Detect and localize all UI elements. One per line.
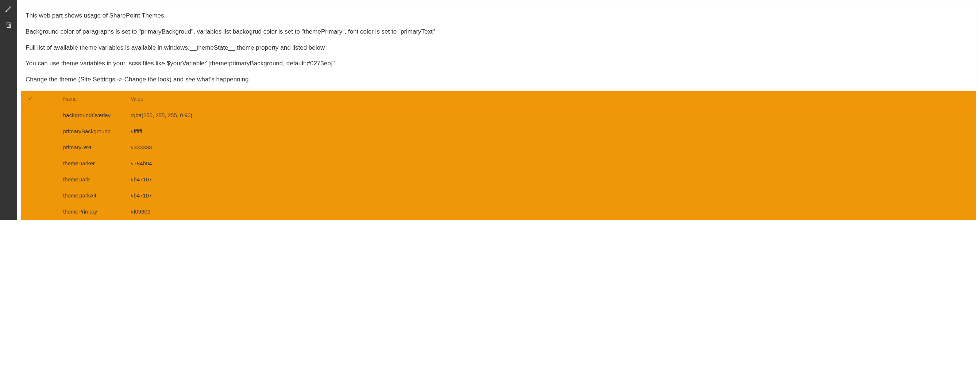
description-paragraph: Change the theme (Site Settings -> Chang… <box>25 75 972 84</box>
column-header-name[interactable]: Name <box>40 96 130 102</box>
description-block: This web part shows usage of SharePoint … <box>21 11 976 84</box>
cell-value: #ffffff <box>130 128 976 134</box>
trash-icon <box>5 21 13 31</box>
cell-name: primaryBackground <box>40 128 130 134</box>
checkmark-icon <box>28 96 33 102</box>
cell-value: #f09609 <box>130 209 976 215</box>
cell-value: #784b04 <box>130 160 976 166</box>
cell-value: #333333 <box>130 144 976 150</box>
table-row[interactable]: backgroundOverlay rgba(255, 255, 255, 0.… <box>21 107 976 123</box>
table-row[interactable]: primaryText #333333 <box>21 139 976 156</box>
cell-name: primaryText <box>40 144 130 150</box>
cell-name: themeDarker <box>40 160 130 166</box>
description-paragraph: Full list of available theme variables i… <box>25 43 972 52</box>
table-row[interactable]: primaryBackground #ffffff <box>21 123 976 139</box>
table-row[interactable]: themeDark #b47107 <box>21 172 976 188</box>
cell-value: #b47107 <box>130 192 976 199</box>
cell-value: #b47107 <box>130 176 976 183</box>
webpart-container: This web part shows usage of SharePoint … <box>21 4 976 220</box>
table-row[interactable]: themeDarker #784b04 <box>21 156 976 172</box>
cell-name: backgroundOverlay <box>40 112 130 118</box>
cell-name: themeDark <box>40 176 130 183</box>
table-header-row: Name Value <box>21 91 976 107</box>
cell-name: themeDarkAlt <box>40 192 130 199</box>
description-paragraph: Background color of paragraphs is set to… <box>25 27 972 36</box>
select-all-checkbox[interactable] <box>21 96 40 102</box>
cell-name: themePrimary <box>40 209 130 215</box>
column-header-value[interactable]: Value <box>130 96 976 102</box>
table-row[interactable]: themeDarkAlt #b47107 <box>21 188 976 204</box>
table-body: backgroundOverlay rgba(255, 255, 255, 0.… <box>21 107 976 220</box>
table-row[interactable]: themePrimary #f09609 <box>21 204 976 220</box>
delete-button[interactable] <box>4 21 14 31</box>
cell-value: rgba(255, 255, 255, 0.90) <box>130 112 976 118</box>
description-paragraph: You can use theme variables in your .scs… <box>25 59 972 68</box>
edit-button[interactable] <box>4 5 14 14</box>
webpart-toolbar <box>0 0 17 220</box>
theme-variables-table: Name Value backgroundOverlay rgba(255, 2… <box>21 91 976 220</box>
pencil-icon <box>5 5 13 14</box>
description-paragraph: This web part shows usage of SharePoint … <box>25 11 972 20</box>
